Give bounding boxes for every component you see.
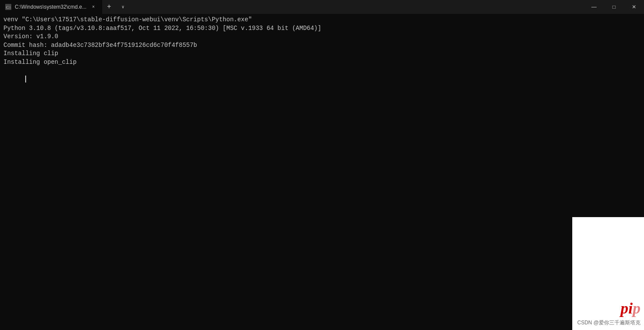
svg-text:C:\: C:\ [6,5,11,10]
active-tab[interactable]: C:\ C:\Windows\system32\cmd.e... × [0,0,102,14]
tab-title: C:\Windows\system32\cmd.e... [15,4,87,10]
terminal-line-5: Installing clip [3,50,641,58]
tab-close-button[interactable]: × [90,3,97,10]
close-button[interactable]: ✕ [624,0,644,14]
terminal-line-3: Version: v1.9.0 [3,33,641,41]
title-bar: C:\ C:\Windows\system32\cmd.e... × + ∨ —… [0,0,644,14]
terminal-cursor-line [3,67,641,92]
minimize-button[interactable]: — [584,0,604,14]
watermark-overlay: pip CSDN @爱你三千遍斯塔克 [572,217,644,330]
terminal-line-4: Commit hash: adadb4e3c7382bf3e4f7519126c… [3,41,641,50]
terminal-line-1: venv "C:\Users\17517\stable-diffusion-we… [3,16,641,24]
terminal-body[interactable]: venv "C:\Users\17517\stable-diffusion-we… [0,14,644,330]
window: C:\ C:\Windows\system32\cmd.e... × + ∨ —… [0,0,644,330]
terminal-line-6: Installing open_clip [3,58,641,67]
watermark-pip-text: pip [621,299,641,317]
tab-dropdown-button[interactable]: ∨ [116,0,130,14]
cmd-icon: C:\ [5,4,11,10]
cursor [25,76,26,82]
new-tab-button[interactable]: + [102,0,116,14]
maximize-button[interactable]: □ [604,0,624,14]
title-bar-left: C:\ C:\Windows\system32\cmd.e... × + ∨ [0,0,584,14]
terminal-line-2: Python 3.10.8 (tags/v3.10.8:aaaf517, Oct… [3,24,641,33]
watermark-csdn-text: CSDN @爱你三千遍斯塔克 [577,319,641,327]
window-controls: — □ ✕ [584,0,644,14]
